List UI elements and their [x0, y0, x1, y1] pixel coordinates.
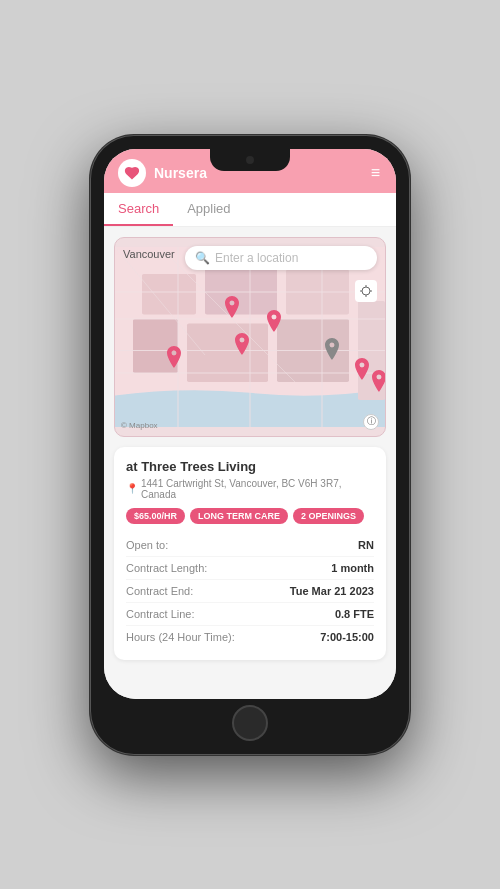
location-pin-icon: 📍 [126, 483, 138, 494]
tag-openings[interactable]: 2 OPENINGS [293, 508, 364, 524]
search-icon: 🔍 [195, 251, 210, 265]
detail-row-open-to: Open to: RN [126, 534, 374, 557]
locate-icon [360, 285, 372, 297]
map-pin-1[interactable] [223, 296, 241, 322]
detail-row-hours: Hours (24 Hour Time): 7:00-15:00 [126, 626, 374, 648]
detail-value-contract-line: 0.8 FTE [335, 608, 374, 620]
menu-icon[interactable]: ≡ [371, 164, 382, 182]
detail-label-contract-line: Contract Line: [126, 608, 335, 620]
detail-label-contract-end: Contract End: [126, 585, 290, 597]
home-button[interactable] [232, 705, 268, 741]
map-pin-gray[interactable] [323, 338, 341, 364]
tab-search[interactable]: Search [104, 193, 173, 226]
app-logo [118, 159, 146, 187]
map-pin-3[interactable] [233, 333, 251, 359]
map-info-button[interactable]: ⓘ [363, 414, 379, 430]
map-pin-6[interactable] [370, 370, 386, 396]
phone-notch [210, 149, 290, 171]
detail-row-contract-line: Contract Line: 0.8 FTE [126, 603, 374, 626]
svg-rect-2 [205, 265, 277, 315]
detail-label-hours: Hours (24 Hour Time): [126, 631, 320, 643]
map-pin-4[interactable] [165, 346, 183, 372]
location-search-input[interactable]: Enter a location [215, 251, 367, 265]
detail-value-hours: 7:00-15:00 [320, 631, 374, 643]
header-left: Nursera [118, 159, 207, 187]
main-content: Vancouver 🔍 Enter a location [104, 227, 396, 699]
detail-row-contract-end: Contract End: Tue Mar 21 2023 [126, 580, 374, 603]
tab-bar: Search Applied [104, 193, 396, 227]
map-search-bar[interactable]: 🔍 Enter a location [185, 246, 377, 270]
job-tags: $65.00/HR LONG TERM CARE 2 OPENINGS [126, 508, 374, 524]
job-title: at Three Trees Living [126, 459, 374, 474]
tag-rate[interactable]: $65.00/HR [126, 508, 185, 524]
job-details-table: Open to: RN Contract Length: 1 month Con… [126, 534, 374, 648]
job-address-text: 1441 Cartwright St, Vancouver, BC V6H 3R… [141, 478, 374, 500]
app-name: Nursera [154, 165, 207, 181]
map-attribution: © Mapbox [121, 421, 158, 430]
map-container: Vancouver 🔍 Enter a location [114, 237, 386, 437]
job-address: 📍 1441 Cartwright St, Vancouver, BC V6H … [126, 478, 374, 500]
tab-applied[interactable]: Applied [173, 193, 244, 226]
detail-label-contract-length: Contract Length: [126, 562, 331, 574]
map-pin-5[interactable] [353, 358, 371, 384]
tag-care[interactable]: LONG TERM CARE [190, 508, 288, 524]
map-location-label: Vancouver [123, 248, 175, 260]
logo-icon [124, 165, 140, 181]
detail-value-open-to: RN [358, 539, 374, 551]
phone-frame: Nursera ≡ Search Applied [90, 135, 410, 755]
phone-screen: Nursera ≡ Search Applied [104, 149, 396, 699]
locate-button[interactable] [355, 280, 377, 302]
detail-label-open-to: Open to: [126, 539, 358, 551]
svg-rect-1 [142, 274, 196, 315]
detail-value-contract-end: Tue Mar 21 2023 [290, 585, 374, 597]
map-pin-2[interactable] [265, 310, 283, 336]
detail-value-contract-length: 1 month [331, 562, 374, 574]
svg-point-17 [362, 287, 370, 295]
detail-row-contract-length: Contract Length: 1 month [126, 557, 374, 580]
job-card: at Three Trees Living 📍 1441 Cartwright … [114, 447, 386, 660]
